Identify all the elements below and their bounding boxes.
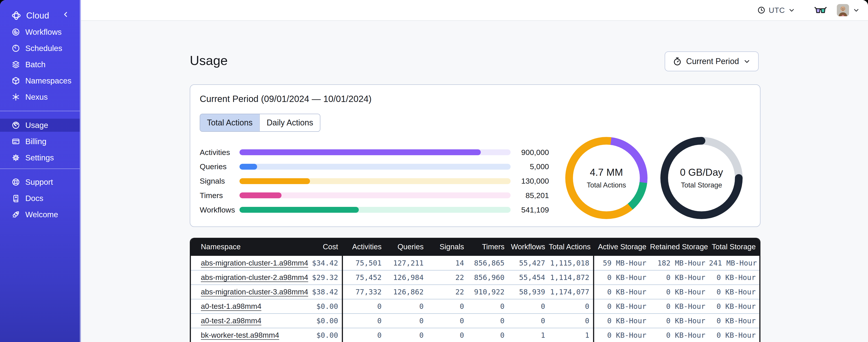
chevron-down-icon: [743, 58, 751, 65]
sidebar-item-support[interactable]: Support: [0, 175, 80, 189]
sidebar-item-billing[interactable]: Billing: [0, 135, 80, 148]
value-cell: 0: [342, 299, 385, 314]
bar-track: [240, 193, 510, 198]
value-cell: $0.00: [297, 314, 342, 328]
sidebar-item-workflows[interactable]: Workflows: [0, 26, 80, 39]
value-cell: 22: [427, 285, 468, 299]
bar-fill: [240, 207, 359, 213]
value-cell: 126,862: [385, 285, 427, 299]
bar-label: Signals: [200, 177, 240, 185]
usage-bar-row: Signals130,000: [200, 177, 587, 186]
value-cell: 0 KB-Hour: [650, 328, 709, 342]
value-cell: 1,174,077: [549, 285, 593, 299]
sidebar-item-settings[interactable]: Settings: [0, 151, 80, 164]
sidebar-item-usage[interactable]: Usage: [0, 119, 80, 132]
stopwatch-icon: [673, 57, 682, 66]
actions-tab-group: Total Actions Daily Actions: [200, 114, 320, 132]
account-chevron-down-icon[interactable]: [852, 6, 860, 14]
column-header-active-storage: Active Storage: [593, 238, 650, 256]
sidebar: Cloud WorkflowsSchedulesBatchNamespacesN…: [0, 0, 81, 342]
donut-value: 0 GB/Day: [680, 167, 723, 178]
value-cell: 1: [508, 328, 549, 342]
column-header-retained-storage: Retained Storage: [650, 238, 709, 256]
namespace-cell: abs-migration-cluster-2.a98mm4: [191, 270, 297, 285]
value-cell: 0: [468, 299, 508, 314]
sidebar-item-docs[interactable]: Docs: [0, 192, 80, 205]
bar-value: 5,000: [510, 162, 549, 171]
bar-fill: [240, 178, 310, 184]
value-cell: 0: [468, 328, 508, 342]
value-cell: 55,427: [508, 256, 549, 270]
timezone-selector[interactable]: UTC: [757, 6, 795, 15]
column-header-total-storage: Total Storage: [709, 238, 759, 256]
value-cell: 0 KB-Hour: [593, 270, 650, 285]
column-header-timers: Timers: [468, 238, 508, 256]
docs-icon: [11, 193, 21, 203]
period-selector-button[interactable]: Current Period: [665, 52, 758, 71]
namespaces-icon: [11, 76, 21, 86]
value-cell: 0 KB-Hour: [593, 328, 650, 342]
sidebar-item-label: Workflows: [25, 28, 62, 37]
table-row: a0-test-2.a98mm4$0.000000000 KB-Hour0 KB…: [191, 314, 759, 328]
welcome-icon: [11, 210, 21, 219]
value-cell: 1,115,018: [549, 256, 593, 270]
sidebar-item-welcome[interactable]: Welcome: [0, 208, 80, 221]
tab-total-actions[interactable]: Total Actions: [200, 114, 259, 131]
namespace-link[interactable]: abs-migration-cluster-1.a98mm4: [201, 259, 308, 267]
value-cell: 0: [508, 299, 549, 314]
namespace-link[interactable]: a0-test-2.a98mm4: [201, 316, 261, 325]
reader-glasses-icon[interactable]: [814, 5, 827, 15]
value-cell: 0 KB-Hour: [650, 314, 709, 328]
clock-icon: [757, 6, 766, 14]
namespace-link[interactable]: bk-worker-test.a98mm4: [201, 331, 279, 339]
sidebar-item-schedules[interactable]: Schedules: [0, 42, 80, 55]
bar-track: [240, 149, 510, 155]
sidebar-item-label: Welcome: [25, 210, 58, 219]
bar-fill: [240, 164, 257, 170]
bar-fill: [240, 193, 281, 198]
bar-track: [240, 164, 510, 170]
total-actions-donut: 4.7 MMTotal Actions: [565, 137, 648, 219]
value-cell: 55,454: [508, 270, 549, 285]
period-selector-label: Current Period: [686, 57, 739, 66]
value-cell: 0: [549, 314, 593, 328]
card-title: Current Period (09/01/2024 — 10/01/2024): [200, 94, 372, 104]
sidebar-brand[interactable]: Cloud: [0, 9, 80, 22]
sidebar-item-nexus[interactable]: Nexus: [0, 91, 80, 104]
tab-daily-actions[interactable]: Daily Actions: [259, 114, 320, 131]
sidebar-item-namespaces[interactable]: Namespaces: [0, 74, 80, 87]
sidebar-item-label: Billing: [25, 137, 46, 146]
usage-icon: [11, 120, 21, 130]
usage-bar-row: Workflows541,109: [200, 205, 587, 214]
namespace-link[interactable]: a0-test-1.a98mm4: [201, 302, 261, 310]
value-cell: 0 KB-Hour: [650, 270, 709, 285]
value-cell: 856,865: [468, 256, 508, 270]
namespace-cell: abs-migration-cluster-1.a98mm4: [191, 256, 297, 270]
column-header-signals: Signals: [427, 238, 468, 256]
total-storage-donut: 0 GB/DayTotal Storage: [660, 137, 743, 219]
value-cell: 0: [427, 314, 468, 328]
sidebar-divider: [0, 169, 80, 169]
sidebar-collapse-icon[interactable]: [62, 10, 71, 20]
namespace-cell: abs-migration-cluster-3.a98mm4: [191, 285, 297, 299]
sidebar-item-label: Namespaces: [25, 76, 71, 85]
sidebar-item-label: Settings: [25, 153, 54, 162]
value-cell: 0: [468, 314, 508, 328]
column-header-workflows: Workflows: [508, 238, 549, 256]
bar-value: 900,000: [510, 148, 549, 157]
value-cell: 77,332: [342, 285, 385, 299]
value-cell: 58,939: [508, 285, 549, 299]
bar-value: 85,201: [510, 191, 549, 200]
value-cell: 22: [427, 270, 468, 285]
column-header-total-actions: Total Actions: [549, 238, 593, 256]
namespace-link[interactable]: abs-migration-cluster-3.a98mm4: [201, 287, 308, 296]
bar-value: 130,000: [510, 177, 549, 185]
bar-label: Queries: [200, 162, 240, 171]
avatar[interactable]: [837, 4, 849, 16]
usage-bar-row: Queries5,000: [200, 162, 587, 171]
workflows-icon: [11, 27, 21, 37]
sidebar-item-batch[interactable]: Batch: [0, 58, 80, 71]
value-cell: 856,960: [468, 270, 508, 285]
usage-bar-row: Timers85,201: [200, 191, 587, 200]
namespace-link[interactable]: abs-migration-cluster-2.a98mm4: [201, 273, 308, 281]
